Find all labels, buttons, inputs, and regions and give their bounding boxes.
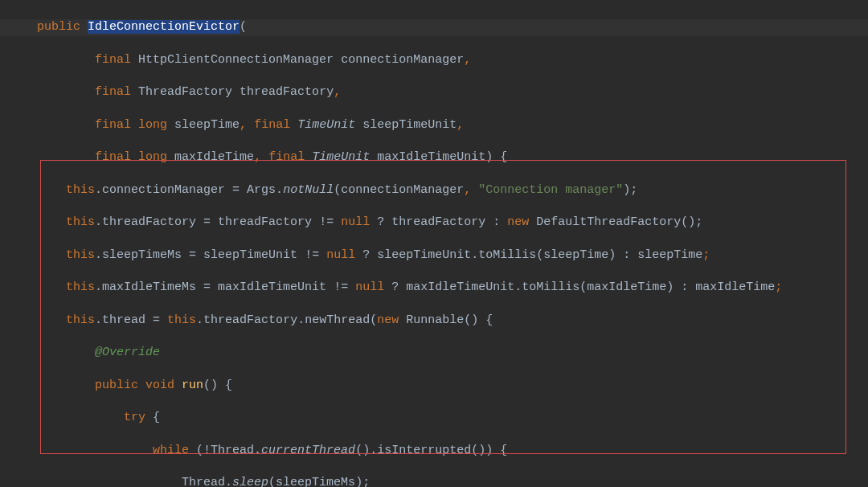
param: threadFactory	[240, 85, 334, 99]
code-line: @Override	[0, 345, 868, 361]
dot: .	[514, 280, 522, 294]
field: sleepTimeMs	[102, 248, 182, 262]
keyword-try: try	[124, 411, 145, 424]
keyword-public: public	[37, 20, 80, 34]
keyword-new: new	[507, 215, 529, 229]
var: sleepTimeUnit	[203, 248, 297, 262]
dot: .	[196, 313, 203, 327]
keyword-new: new	[377, 313, 399, 327]
field: threadFactory	[102, 215, 196, 229]
var: threadFactory	[391, 215, 485, 229]
ternary-colon: :	[616, 248, 637, 262]
equals: =	[145, 313, 167, 327]
paren: ().	[355, 444, 377, 457]
constructor-name-selected: IdleConnectionEvictor	[88, 20, 240, 34]
equals: =	[225, 183, 247, 197]
brace: {	[145, 411, 160, 424]
method-call: newThread	[305, 313, 370, 327]
code-line: while (!Thread.currentThread().isInterru…	[0, 443, 868, 459]
paren: (	[240, 20, 247, 34]
var: threadFactory	[218, 215, 312, 229]
method-call: toMillis	[478, 248, 536, 262]
keyword-this: this	[66, 183, 95, 197]
dot: .	[95, 183, 102, 197]
dot: .	[225, 476, 232, 487]
param: maxIdleTimeUnit	[377, 150, 485, 164]
code-line: Thread.sleep(sleepTimeMs);	[0, 475, 868, 487]
code-line: final HttpClientConnectionManager connec…	[0, 52, 868, 68]
keyword-this: this	[167, 313, 196, 327]
paren: (	[268, 476, 276, 487]
ternary-q: ?	[370, 215, 391, 229]
dot: .	[95, 313, 102, 327]
code-line: this.maxIdleTimeMs = maxIdleTimeUnit != …	[0, 280, 868, 296]
keyword-null: null	[341, 215, 370, 229]
dot: .	[254, 444, 261, 457]
code-line: this.sleepTimeMs = sleepTimeUnit != null…	[0, 248, 868, 264]
code-line: this.thread = this.threadFactory.newThre…	[0, 313, 868, 329]
end: ()) {	[471, 444, 507, 457]
equals: =	[196, 280, 218, 294]
type: TimeUnit	[297, 118, 355, 132]
keyword-final: final	[95, 53, 131, 67]
ternary-colon: :	[674, 280, 695, 294]
keyword-final: final	[95, 150, 131, 164]
type: HttpClientConnectionManager	[138, 53, 334, 67]
arg: sleepTime	[543, 248, 608, 262]
end: ();	[681, 215, 702, 229]
string-literal: "Connection manager"	[478, 183, 623, 197]
static-method: sleep	[232, 476, 268, 487]
comma: ,	[254, 150, 261, 164]
ternary-q: ?	[384, 280, 406, 294]
code-line: try {	[0, 410, 868, 426]
ternary-q: ?	[355, 248, 377, 262]
method-call: isInterrupted	[377, 444, 471, 457]
var: maxIdleTimeUnit	[406, 280, 514, 294]
field: connectionManager	[102, 183, 225, 197]
param: maxIdleTime	[174, 150, 254, 164]
type: ThreadFactory	[138, 85, 232, 99]
end: () {	[203, 379, 232, 392]
class-ref: Thread	[182, 476, 225, 487]
comma: ,	[457, 118, 464, 132]
var: sleepTime	[637, 248, 702, 262]
constructor: DefaultThreadFactory	[529, 215, 681, 229]
ternary-colon: :	[485, 215, 507, 229]
param: sleepTime	[174, 118, 240, 132]
method-decl: run	[182, 379, 203, 392]
static-method: currentThread	[261, 444, 355, 457]
keyword-void: void	[145, 379, 174, 392]
keyword-this: this	[66, 313, 95, 327]
keyword-null: null	[355, 280, 384, 294]
comma: ,	[464, 53, 471, 67]
code-editor[interactable]: public IdleConnectionEvictor( final Http…	[0, 0, 868, 487]
type: Runnable	[399, 313, 464, 327]
keyword-while: while	[153, 444, 189, 457]
close: );	[355, 476, 370, 487]
annotation-override: @Override	[95, 346, 160, 359]
paren-brace: ) {	[485, 150, 507, 164]
dot: .	[471, 248, 478, 262]
paren: (!	[189, 444, 211, 457]
keyword-public: public	[95, 379, 138, 392]
keyword-this: this	[66, 248, 95, 262]
keyword-this: this	[66, 280, 95, 294]
keyword-final: final	[95, 85, 131, 99]
class-ref: Args	[247, 183, 276, 197]
dot: .	[276, 183, 283, 197]
semi: ;	[702, 248, 710, 262]
equals: =	[196, 215, 218, 229]
param: connectionManager	[341, 53, 464, 67]
paren: )	[666, 280, 674, 294]
neq: !=	[326, 280, 355, 294]
param: sleepTimeUnit	[362, 118, 457, 132]
keyword-final: final	[95, 118, 131, 132]
var: maxIdleTimeUnit	[218, 280, 326, 294]
type: TimeUnit	[312, 150, 370, 164]
comma: ,	[334, 85, 341, 99]
comma: ,	[464, 183, 478, 197]
arg: connectionManager	[341, 183, 464, 197]
paren: (	[370, 313, 377, 327]
code-line: final ThreadFactory threadFactory,	[0, 84, 868, 100]
static-method: notNull	[283, 183, 334, 197]
